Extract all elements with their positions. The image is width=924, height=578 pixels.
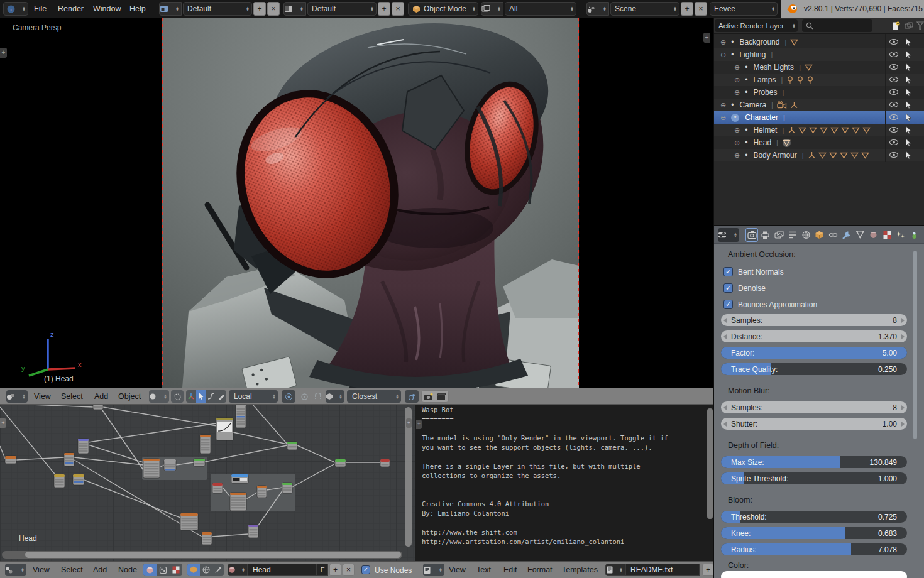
topbar-menu-help[interactable]: Help [129, 4, 146, 13]
curve-falloff-button[interactable] [206, 390, 216, 403]
material-unlink-button[interactable]: × [343, 564, 355, 576]
viewport-menu-view[interactable]: View [34, 392, 51, 401]
node-menu-view[interactable]: View [33, 565, 50, 574]
properties-tab-scene[interactable] [786, 228, 799, 242]
shader-node[interactable] [5, 456, 16, 464]
text-add-button[interactable]: + [702, 564, 714, 576]
expand-icon[interactable]: ⊕ [734, 76, 740, 84]
object-icon-button[interactable] [187, 564, 200, 576]
properties-tab-physics[interactable] [867, 228, 880, 242]
mode-selector[interactable]: Object Mode▲▼ [408, 2, 478, 16]
shader-node[interactable] [93, 405, 103, 410]
engine-selector[interactable]: Eevee▲▼ [710, 2, 778, 16]
workspace1-close-button[interactable]: × [267, 2, 280, 16]
fake-user-button[interactable]: F [317, 564, 328, 576]
node-menu-add[interactable]: Add [93, 565, 107, 574]
material-add-button[interactable]: + [329, 564, 341, 576]
gizmo-move-icon[interactable] [186, 390, 196, 403]
viewport-right-expand-tab[interactable]: + [703, 33, 710, 43]
visibility-eye-icon[interactable] [889, 101, 899, 110]
text-editor[interactable]: Wasp Bot========The model is using "Only… [415, 405, 713, 561]
text-editor-type-button[interactable]: ▲▼ [423, 564, 444, 576]
field-threshold[interactable]: Threshold:0.725 [721, 511, 907, 523]
shader-node[interactable] [78, 439, 89, 454]
stepper-left-arrow[interactable] [723, 405, 727, 410]
visibility-eye-icon[interactable] [889, 76, 899, 85]
checkbox-denoise[interactable]: ✓ [723, 283, 733, 293]
outliner-item-label[interactable]: Mesh Lights [753, 63, 794, 72]
selectability-cursor-icon[interactable] [905, 88, 912, 99]
topbar-menu-render[interactable]: Render [58, 4, 84, 13]
display-filter-selector[interactable]: All▲▼ [505, 2, 576, 16]
shader-node[interactable] [236, 405, 246, 428]
expand-icon[interactable]: ⊕ [734, 126, 740, 134]
node-canvas[interactable] [0, 405, 415, 561]
workspace1-selector[interactable]: Default▲▼ [183, 2, 252, 16]
shader-node[interactable] [335, 459, 346, 467]
text-menu-format[interactable]: Format [527, 565, 553, 574]
expand-icon[interactable]: ⊕ [720, 101, 726, 109]
properties-tab-object[interactable] [813, 228, 826, 242]
text-menu-view[interactable]: View [449, 565, 466, 574]
visibility-eye-icon[interactable] [889, 38, 899, 47]
proportional-edit-button[interactable] [171, 390, 184, 403]
workspace2-close-button[interactable]: × [392, 2, 404, 16]
outliner-item-label[interactable]: Helmet [753, 126, 777, 134]
expand-icon[interactable]: ⊖ [720, 114, 726, 122]
scene-add-button[interactable]: + [681, 2, 693, 16]
stepper-right-arrow[interactable] [901, 334, 905, 339]
material-name-field[interactable]: Head [248, 564, 317, 576]
checkbox-bent-normals[interactable]: ✓ [723, 267, 733, 276]
snap-with-button[interactable]: ▲▼ [326, 390, 344, 403]
selectability-cursor-icon[interactable] [905, 151, 912, 161]
field-factor[interactable]: Factor:5.00 [721, 347, 907, 359]
visibility-eye-icon[interactable] [889, 89, 899, 97]
field-shutter[interactable]: Shutter:1.00 [721, 418, 907, 430]
text-name-field[interactable]: README.txt [625, 564, 700, 576]
world-shader-button[interactable] [157, 564, 169, 576]
editor-type-button[interactable]: ▲▼ [6, 390, 28, 403]
properties-tab-constraints[interactable] [827, 228, 839, 242]
scene-close-button[interactable]: × [695, 2, 707, 16]
shader-node[interactable] [180, 513, 198, 530]
properties-editor-type-button[interactable]: ▲▼ [718, 228, 739, 242]
expand-icon[interactable]: ⊕ [720, 38, 726, 46]
outliner-item-label[interactable]: Lighting [739, 50, 766, 59]
viewport-menu-add[interactable]: Add [94, 392, 108, 401]
shader-node[interactable] [287, 442, 297, 450]
outliner-item-label[interactable]: Camera [739, 101, 766, 109]
shader-node[interactable] [64, 453, 74, 466]
outliner-item-label[interactable]: Head [753, 138, 771, 147]
linestyle-shader-button[interactable] [169, 564, 182, 576]
visibility-eye-icon[interactable] [889, 151, 899, 160]
display-filter-type-button[interactable]: ▲▼ [481, 2, 503, 16]
properties-tab-world[interactable] [800, 228, 812, 242]
transform-pivot-button[interactable] [405, 390, 419, 403]
shader-node[interactable] [380, 459, 390, 467]
outliner-search-field[interactable] [802, 19, 872, 32]
color-swatch[interactable] [721, 571, 907, 578]
shader-node[interactable] [54, 474, 65, 488]
select-tool-button[interactable] [196, 390, 206, 403]
snap-target-selector[interactable]: Closest▲▼ [347, 390, 401, 403]
proportional-off-button[interactable] [298, 390, 311, 403]
properties-tab-particles[interactable] [854, 228, 866, 242]
text-left-expand-tab[interactable]: + [416, 420, 422, 429]
stepper-left-arrow[interactable] [723, 422, 727, 427]
outliner-item-label[interactable]: Body Armour [753, 151, 796, 160]
render-image-icon[interactable] [423, 391, 434, 401]
new-collection-button[interactable] [888, 19, 902, 33]
shader-node[interactable] [212, 483, 223, 493]
properties-tab-effects[interactable] [894, 228, 907, 242]
topbar-menu-file[interactable]: File [34, 4, 47, 13]
material-browse-button[interactable]: ▲▼ [228, 564, 248, 576]
text-menu-text[interactable]: Text [476, 565, 491, 574]
shader-node[interactable] [248, 525, 258, 538]
properties-tab-output[interactable] [759, 228, 772, 242]
properties-tab-modifiers[interactable] [840, 228, 853, 242]
stepper-left-arrow[interactable] [723, 334, 727, 339]
app-menu-button[interactable]: i▲▼ [3, 2, 28, 16]
field-radius[interactable]: Radius:7.078 [721, 543, 907, 555]
node-editor[interactable]: Head ++ [0, 405, 415, 561]
selectability-cursor-icon[interactable] [905, 38, 912, 48]
